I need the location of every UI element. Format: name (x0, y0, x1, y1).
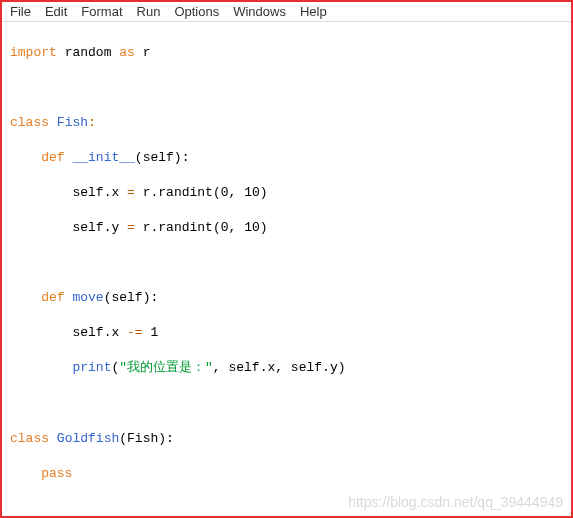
code-editor[interactable]: import random as r class Fish: def __ini… (2, 22, 571, 518)
code-line: self.x -= 1 (10, 324, 563, 342)
menubar: File Edit Format Run Options Windows Hel… (2, 2, 571, 22)
code-line: def move(self): (10, 289, 563, 307)
menu-help[interactable]: Help (300, 4, 327, 19)
menu-run[interactable]: Run (137, 4, 161, 19)
code-line-blank (10, 500, 563, 518)
code-line: def __init__(self): (10, 149, 563, 167)
code-line-blank (10, 254, 563, 272)
code-line: pass (10, 465, 563, 483)
menu-options[interactable]: Options (174, 4, 219, 19)
code-line-blank (10, 394, 563, 412)
code-line: self.x = r.randint(0, 10) (10, 184, 563, 202)
code-line: class Fish: (10, 114, 563, 132)
code-line: class Goldfish(Fish): (10, 430, 563, 448)
menu-format[interactable]: Format (81, 4, 122, 19)
code-line: import random as r (10, 44, 563, 62)
menu-windows[interactable]: Windows (233, 4, 286, 19)
code-line: self.y = r.randint(0, 10) (10, 219, 563, 237)
menu-edit[interactable]: Edit (45, 4, 67, 19)
menu-file[interactable]: File (10, 4, 31, 19)
code-line-blank (10, 79, 563, 97)
code-line: print("我的位置是：", self.x, self.y) (10, 359, 563, 377)
